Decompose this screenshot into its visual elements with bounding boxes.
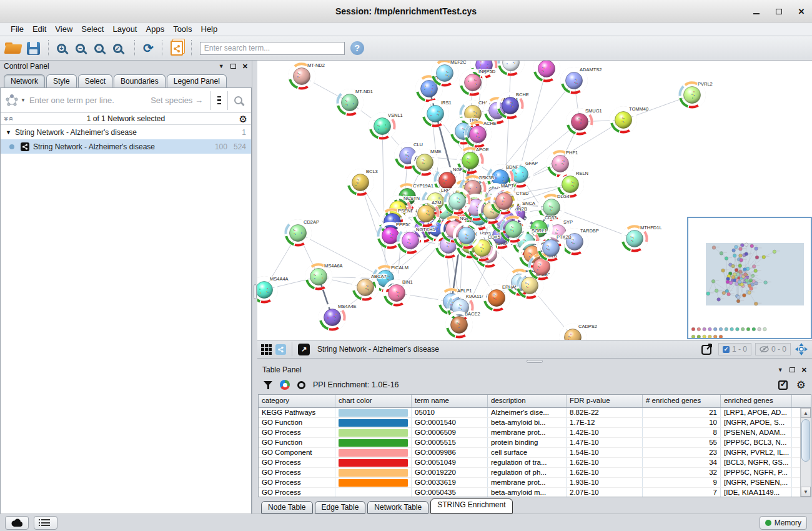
- string-search-icon[interactable]: [234, 96, 242, 104]
- refresh-icon[interactable]: ⟳: [143, 42, 154, 54]
- tab-edge-table[interactable]: Edge Table: [315, 501, 366, 514]
- tab-node-table[interactable]: Node Table: [261, 501, 313, 514]
- network-share-icon[interactable]: [171, 41, 183, 56]
- table-scrollbar[interactable]: ▲ ▼: [800, 408, 811, 497]
- splitter-handle[interactable]: [527, 360, 543, 363]
- maximize-button[interactable]: [775, 7, 783, 16]
- grid-view-icon[interactable]: [261, 344, 272, 355]
- scroll-thumb[interactable]: [801, 419, 810, 462]
- string-logo-icon[interactable]: ▼: [3, 94, 27, 107]
- open-file-icon[interactable]: [5, 42, 21, 54]
- table-row[interactable]: GO FunctionGO:0001540beta-amyloid bi...1…: [259, 418, 811, 428]
- zoom-in-icon[interactable]: +: [57, 44, 66, 53]
- string-options-icon[interactable]: [214, 96, 225, 105]
- horizontal-splitter[interactable]: [257, 359, 812, 364]
- node-MT-ND1[interactable]: MT-ND1: [337, 89, 373, 116]
- node-MS4A4A[interactable]: MS4A4A: [257, 276, 289, 304]
- node-MS4A6A[interactable]: MS4A6A: [305, 263, 343, 290]
- panel-float-icon[interactable]: [230, 64, 236, 69]
- menu-file[interactable]: File: [6, 24, 28, 34]
- zoom-out-icon[interactable]: −: [76, 44, 85, 53]
- node-CADPS2[interactable]: CADPS2: [560, 324, 598, 340]
- tab-network-table[interactable]: Network Table: [367, 501, 428, 514]
- node-SST[interactable]: SST: [533, 61, 562, 82]
- table-row[interactable]: GO ComponentGO:0009986cell surface1.54E-…: [259, 448, 811, 458]
- table-row[interactable]: GO ProcessGO:0050435beta-amyloid m...2.0…: [259, 488, 811, 497]
- filter-icon[interactable]: [264, 380, 272, 389]
- enrichment-settings-gear-icon[interactable]: ⚙: [796, 380, 806, 390]
- node-MTHFD1L[interactable]: MTHFD1L: [621, 225, 662, 252]
- node-EPHA5[interactable]: EPHA5: [483, 284, 518, 312]
- navigator-compass-icon[interactable]: [795, 342, 808, 356]
- panel-float-icon[interactable]: [790, 367, 795, 372]
- panel-close-icon[interactable]: ✕: [801, 366, 807, 374]
- table-row[interactable]: GO FunctionGO:0005515protein binding1.47…: [259, 438, 811, 448]
- menu-layout[interactable]: Layout: [108, 24, 141, 34]
- splitter-handle[interactable]: [254, 284, 257, 299]
- column-header-term-name[interactable]: term name: [412, 395, 488, 407]
- scroll-down-icon[interactable]: ▼: [801, 487, 811, 497]
- collapse-triangle-icon[interactable]: ▼: [6, 129, 11, 136]
- save-session-icon[interactable]: [27, 42, 40, 55]
- zoom-fit-icon[interactable]: ▫: [94, 44, 104, 53]
- node-SMUG1[interactable]: SMUG1: [567, 108, 602, 136]
- node-BCL3[interactable]: BCL3: [347, 169, 378, 196]
- node-VSNL1[interactable]: VSNL1: [369, 112, 403, 140]
- column-header-enriched-genes[interactable]: enriched genes: [721, 395, 792, 407]
- column-header-chart-color[interactable]: chart color: [335, 395, 412, 407]
- chart-icon[interactable]: [280, 380, 290, 390]
- node-TOMM40[interactable]: TOMM40: [610, 106, 649, 134]
- cloud-tasks-button[interactable]: [5, 516, 29, 530]
- node-ABCA7[interactable]: ABCA7: [352, 274, 387, 301]
- table-row[interactable]: GO ProcessGO:0051049regulation of tra...…: [259, 458, 811, 468]
- column-header-description[interactable]: description: [488, 395, 567, 407]
- table-row[interactable]: GO ProcessGO:0033619membrane prot...1.93…: [259, 478, 811, 488]
- birdseye-toggle-icon[interactable]: [275, 344, 286, 355]
- minimize-button[interactable]: [752, 7, 761, 16]
- vertical-splitter[interactable]: [252, 61, 257, 514]
- table-row[interactable]: GO ProcessGO:0006509membrane prot...1.42…: [259, 428, 811, 438]
- scroll-up-icon[interactable]: ▲: [801, 408, 811, 418]
- memory-button[interactable]: Memory: [760, 516, 807, 530]
- node-IRS1[interactable]: IRS1: [422, 100, 452, 127]
- set-species-label[interactable]: Set species →: [151, 96, 208, 105]
- select-terms-icon[interactable]: [778, 380, 788, 390]
- menu-tools[interactable]: Tools: [169, 24, 196, 34]
- column-header-FDR-p-value[interactable]: FDR p-value: [567, 395, 643, 407]
- menu-select[interactable]: Select: [77, 24, 108, 34]
- panel-menu-icon[interactable]: ▼: [778, 367, 783, 373]
- tab-legend-panel[interactable]: Legend Panel: [167, 74, 227, 87]
- network-canvas[interactable]: MT-ND2MT-ND1VSNL1GAB2IRS1CHATABCA1BCHETN…: [257, 61, 812, 340]
- tab-network[interactable]: Network: [4, 74, 45, 87]
- tab-style[interactable]: Style: [46, 74, 77, 87]
- network-collection-row[interactable]: ▼ String Network - Alzheimer's disease 1: [1, 125, 251, 139]
- birdseye-view[interactable]: [687, 217, 812, 339]
- node-CD2AP[interactable]: CD2AP: [285, 219, 320, 247]
- selected-checkbox-icon[interactable]: ✓: [723, 346, 730, 353]
- string-query-input[interactable]: [29, 96, 148, 105]
- search-input[interactable]: [200, 42, 345, 55]
- panel-close-icon[interactable]: ✕: [242, 62, 248, 71]
- column-header-category[interactable]: category: [259, 395, 335, 407]
- network-options-gear-icon[interactable]: ⚙: [239, 114, 247, 124]
- tab-select[interactable]: Select: [78, 74, 112, 87]
- task-list-button[interactable]: [34, 516, 57, 530]
- node-MS4A4E[interactable]: MS4A4E: [319, 304, 357, 331]
- node-INPP5D[interactable]: INPP5D: [460, 69, 496, 96]
- node-ADAMTS2[interactable]: ADAMTS2: [561, 67, 602, 94]
- detach-view-icon[interactable]: ↗: [298, 344, 310, 355]
- network-row-selected[interactable]: String Network - Alzheimer's disease 100…: [1, 139, 251, 154]
- help-icon[interactable]: ?: [350, 41, 364, 55]
- panel-menu-icon[interactable]: ▼: [219, 63, 224, 69]
- menu-edit[interactable]: Edit: [28, 24, 51, 34]
- expand-all-icon[interactable]: »: [6, 117, 15, 121]
- node-TARDBP[interactable]: TARDBP: [562, 228, 599, 256]
- menu-apps[interactable]: Apps: [142, 24, 169, 34]
- close-button[interactable]: ✕: [797, 7, 806, 16]
- menu-help[interactable]: Help: [197, 24, 222, 34]
- ring-chart-icon[interactable]: [297, 381, 305, 389]
- export-network-icon[interactable]: [701, 342, 715, 356]
- node-PVRL2[interactable]: PVRL2: [679, 81, 713, 109]
- tab-boundaries[interactable]: Boundaries: [114, 74, 166, 87]
- table-row[interactable]: GO ProcessGO:0019220regulation of ph...1…: [259, 468, 811, 478]
